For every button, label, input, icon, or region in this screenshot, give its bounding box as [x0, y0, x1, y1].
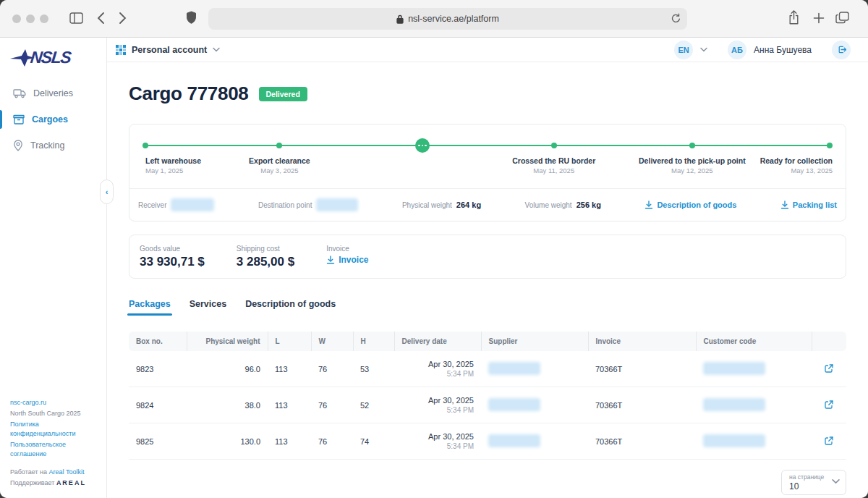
cell-length: 113 — [268, 423, 311, 460]
sidebar-toggle-icon[interactable] — [69, 12, 83, 24]
col-height: H — [353, 332, 394, 351]
open-package-button[interactable] — [824, 400, 834, 410]
truck-icon — [13, 88, 26, 98]
app-frame: NSLS Deliveries Cargoes — [0, 38, 868, 498]
volume-weight-value: 256 kg — [576, 201, 601, 209]
terms-link[interactable]: Пользовательское соглашение — [10, 440, 98, 459]
timeline-dot-icon — [551, 143, 557, 148]
shipping-cost: 3 285,00 $ — [237, 255, 294, 269]
goods-value-block: Goods value 33 930,71 $ — [140, 245, 205, 269]
download-packing-list-link[interactable]: Packing list — [780, 201, 837, 209]
download-icon — [326, 256, 335, 264]
cell-width: 76 — [311, 351, 353, 387]
box-icon — [13, 114, 25, 124]
areal-toolkit-link[interactable]: Areal Toolkit — [49, 468, 85, 477]
cell-weight: 38.0 — [187, 387, 268, 423]
tab-overview-icon[interactable] — [835, 12, 849, 24]
main-area: Personal account EN АБ Анна Бушуева — [107, 38, 868, 498]
receiver-label: Receiver — [138, 201, 166, 209]
page-size-select[interactable]: на странице 10 — [781, 470, 846, 495]
pagination-row: на странице 10 — [129, 470, 846, 495]
tab-description-of-goods[interactable]: Description of goods — [245, 299, 336, 316]
sidebar: NSLS Deliveries Cargoes — [0, 38, 107, 498]
cell-delivery-time: 5:34 PM — [401, 406, 474, 414]
milestone-label: Delivered to the pick-up point — [639, 156, 746, 165]
cell-invoice: 70366T — [588, 387, 696, 423]
cell-customer-code-redacted — [703, 398, 765, 411]
logout-button[interactable] — [832, 41, 851, 59]
tracking-card: Left warehouse May 1, 2025 Export cleara… — [129, 124, 846, 221]
privacy-policy-link[interactable]: Политика конфиденциальности — [10, 420, 98, 439]
new-tab-icon[interactable] — [813, 12, 825, 24]
cell-box-no: 9825 — [129, 423, 187, 460]
collapse-chevron-icon: ‹ — [106, 187, 109, 196]
lock-icon — [396, 14, 404, 24]
timeline-dot-icon — [142, 143, 148, 148]
external-link-icon — [824, 363, 834, 374]
nsls-logo[interactable]: NSLS — [0, 38, 106, 75]
external-link-icon — [824, 436, 834, 446]
sidebar-collapse-button[interactable]: ‹ — [100, 180, 114, 204]
tab-services[interactable]: Services — [190, 299, 226, 316]
address-bar[interactable]: nsl-service.ae/platform — [208, 8, 687, 30]
open-package-button[interactable] — [824, 363, 834, 374]
cell-supplier-redacted — [488, 434, 540, 447]
invoice-link-label: Invoice — [339, 255, 368, 265]
download-icon — [644, 201, 653, 209]
tab-packages[interactable]: Packages — [129, 299, 171, 316]
milestone-date: May 12, 2025 — [639, 166, 746, 174]
sidebar-item-tracking[interactable]: Tracking — [0, 132, 106, 159]
timeline-dot-icon — [827, 143, 833, 148]
logo-text: NSLS — [30, 48, 72, 67]
privacy-shield-icon[interactable] — [186, 11, 197, 25]
user-avatar[interactable]: АБ — [728, 41, 746, 59]
goods-description-link-label: Description of goods — [657, 201, 736, 209]
account-topbar: Personal account EN АБ Анна Бушуева — [107, 38, 868, 62]
cell-weight: 96.0 — [187, 351, 268, 387]
page-title: Cargo 777808 — [129, 83, 249, 105]
sidebar-item-deliveries[interactable]: Deliveries — [0, 80, 106, 106]
receiver-value-redacted — [171, 198, 214, 211]
destination-value-redacted — [316, 198, 358, 211]
zoom-window-button[interactable] — [40, 14, 48, 23]
minimize-window-button[interactable] — [26, 14, 35, 23]
milestone-label: Export clearance — [249, 156, 310, 165]
language-selector[interactable]: EN — [674, 41, 693, 59]
areal-logo: AREAL — [56, 479, 86, 486]
reload-icon[interactable] — [671, 12, 681, 25]
col-invoice: Invoice — [588, 332, 696, 351]
close-window-button[interactable] — [12, 14, 21, 23]
open-package-button[interactable] — [824, 436, 834, 446]
table-row: 9825 130.0 113 76 74 Apr 30, 20255:34 PM… — [129, 423, 846, 460]
timeline-ellipsis-icon — [415, 138, 430, 153]
sidebar-item-cargoes[interactable]: Cargoes — [0, 106, 106, 132]
milestone-date: May 11, 2025 — [512, 166, 595, 174]
account-type-dropdown[interactable]: Personal account — [116, 45, 220, 55]
download-goods-description-link[interactable]: Description of goods — [644, 201, 736, 209]
receiver-field: Receiver — [138, 198, 214, 211]
site-link[interactable]: nsc-cargo.ru — [10, 398, 46, 408]
volume-weight-label: Volume weight — [525, 201, 572, 209]
goods-value-label: Goods value — [140, 245, 205, 253]
language-chevron-icon[interactable] — [700, 47, 707, 52]
destination-field: Destination point — [258, 198, 359, 211]
sidebar-footer: nsc-cargo.ru North South Cargo 2025 Поли… — [0, 398, 106, 498]
packing-list-link-label: Packing list — [793, 201, 837, 209]
cell-weight: 130.0 — [187, 423, 268, 460]
share-icon[interactable] — [788, 10, 800, 25]
col-customer-code: Customer code — [696, 332, 812, 351]
forward-icon[interactable] — [119, 12, 127, 25]
cell-height: 74 — [353, 423, 394, 460]
timeline-dot-icon — [689, 143, 695, 148]
milestone-label: Left warehouse — [145, 156, 201, 165]
cell-length: 113 — [268, 387, 311, 423]
sidebar-item-label: Tracking — [30, 140, 64, 151]
physical-weight-field: Physical weight 264 kg — [402, 201, 481, 209]
back-icon[interactable] — [97, 12, 105, 25]
download-invoice-link[interactable]: Invoice — [326, 255, 368, 265]
cell-supplier-redacted — [488, 362, 540, 375]
cell-width: 76 — [311, 387, 353, 423]
sidebar-item-label: Cargoes — [32, 114, 68, 124]
cell-customer-code-redacted — [703, 362, 765, 375]
col-delivery-date: Delivery date — [394, 332, 481, 351]
